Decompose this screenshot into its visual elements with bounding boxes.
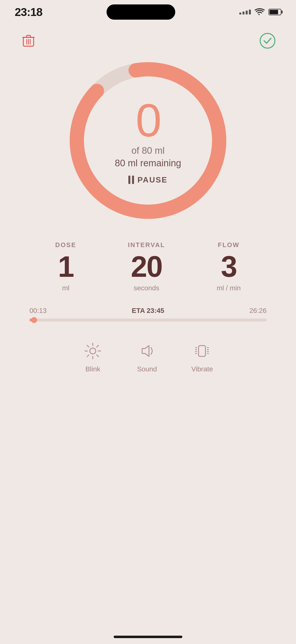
status-time: 23:18 bbox=[15, 6, 42, 19]
sound-label: Sound bbox=[137, 365, 157, 373]
svg-line-17 bbox=[87, 355, 89, 357]
signal-icon bbox=[239, 10, 251, 14]
circle-progress: 0 of 80 ml 80 ml remaining PAUSE bbox=[64, 57, 232, 224]
progress-section: 00:13 ETA 23:45 26:26 bbox=[15, 307, 281, 322]
stats-section: DOSE 1 ml INTERVAL 20 seconds FLOW 3 ml … bbox=[15, 241, 281, 292]
progress-labels: 00:13 ETA 23:45 26:26 bbox=[29, 307, 267, 315]
pause-button[interactable]: PAUSE bbox=[128, 175, 168, 184]
progress-bar-fill bbox=[29, 318, 34, 322]
stat-flow: FLOW 3 ml / min bbox=[217, 241, 241, 292]
battery-fill bbox=[270, 10, 278, 14]
wifi-icon bbox=[255, 8, 265, 16]
top-actions bbox=[15, 20, 281, 50]
status-bar: 23:18 bbox=[0, 0, 296, 20]
dose-unit: ml bbox=[62, 284, 69, 292]
dose-value: 1 bbox=[58, 252, 74, 281]
progress-dot bbox=[31, 317, 37, 323]
progress-left-time: 00:13 bbox=[29, 307, 47, 315]
of-total-text: of 80 ml bbox=[131, 146, 164, 156]
trash-icon bbox=[22, 34, 35, 48]
blink-icon-wrap bbox=[83, 341, 103, 361]
current-dose: 0 bbox=[136, 97, 161, 144]
interval-unit: seconds bbox=[134, 284, 159, 292]
interval-value: 20 bbox=[131, 252, 162, 281]
flow-value: 3 bbox=[221, 252, 237, 281]
dose-label: DOSE bbox=[55, 241, 76, 249]
vibrate-action[interactable]: Vibrate bbox=[191, 341, 213, 373]
status-icons bbox=[239, 8, 281, 16]
progress-eta: ETA 23:45 bbox=[132, 307, 164, 315]
blink-label: Blink bbox=[85, 365, 100, 373]
remaining-text: 80 ml remaining bbox=[115, 158, 181, 168]
pause-label: PAUSE bbox=[137, 175, 168, 184]
progress-right-time: 26:26 bbox=[249, 307, 267, 315]
svg-line-14 bbox=[87, 345, 89, 347]
blink-icon bbox=[84, 342, 102, 360]
vibrate-icon-wrap bbox=[192, 341, 212, 361]
dynamic-island bbox=[106, 4, 175, 20]
stat-dose: DOSE 1 ml bbox=[55, 241, 76, 292]
sound-icon bbox=[138, 342, 156, 360]
check-icon bbox=[259, 32, 276, 49]
svg-point-6 bbox=[260, 34, 275, 48]
complete-button[interactable] bbox=[259, 32, 276, 50]
delete-button[interactable] bbox=[20, 32, 37, 50]
flow-label: FLOW bbox=[218, 241, 240, 249]
action-icons: Blink Sound bbox=[68, 341, 228, 373]
sound-icon-wrap bbox=[137, 341, 157, 361]
stat-interval: INTERVAL 20 seconds bbox=[128, 241, 165, 292]
interval-label: INTERVAL bbox=[128, 241, 165, 249]
progress-bar-track bbox=[29, 318, 267, 322]
sound-action[interactable]: Sound bbox=[137, 341, 157, 373]
blink-action[interactable]: Blink bbox=[83, 341, 103, 373]
pause-icon bbox=[128, 176, 134, 184]
home-indicator bbox=[114, 636, 182, 638]
battery-icon bbox=[269, 9, 281, 15]
main-content: 0 of 80 ml 80 ml remaining PAUSE DOSE 1 … bbox=[0, 20, 296, 373]
svg-line-15 bbox=[97, 355, 98, 357]
svg-line-16 bbox=[97, 345, 98, 347]
circle-center: 0 of 80 ml 80 ml remaining PAUSE bbox=[115, 97, 181, 184]
svg-point-9 bbox=[90, 348, 96, 354]
vibrate-label: Vibrate bbox=[191, 365, 213, 373]
flow-unit: ml / min bbox=[217, 284, 241, 292]
vibrate-icon bbox=[193, 342, 211, 360]
svg-rect-18 bbox=[199, 346, 205, 356]
